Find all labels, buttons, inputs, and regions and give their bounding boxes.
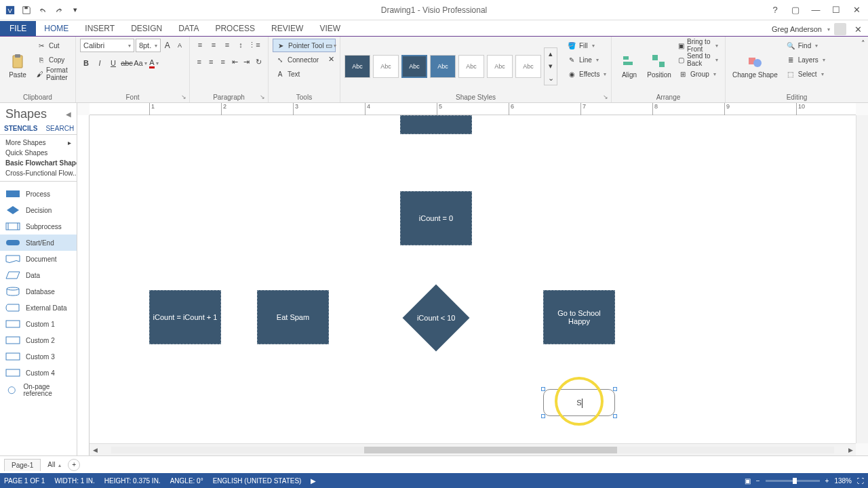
fill-button[interactable]: 🪣Fill▾ [564,39,609,52]
style-thumb-3[interactable]: Abc [401,55,427,78]
style-thumb-5[interactable]: Abc [458,55,484,78]
shape-eat-spam[interactable]: Eat Spam [257,290,329,344]
font-size-combo[interactable]: 8pt.▾ [136,39,161,52]
collapse-panel-icon[interactable]: ◀ [66,110,71,118]
shape-onpage-ref[interactable]: On-page reference [0,381,77,400]
undo-icon[interactable] [35,3,50,18]
shape-process-top[interactable] [400,115,472,134]
zoom-slider[interactable] [766,480,820,482]
stencils-tab[interactable]: STENCILS [0,123,41,134]
format-painter-button[interactable]: 🖌Format Painter [34,67,73,81]
zoom-level[interactable]: 138% [834,477,852,485]
shape-data[interactable]: Data [0,267,77,283]
find-button[interactable]: 🔍Find▾ [783,39,828,52]
shrink-font-button[interactable]: A [174,39,185,52]
increase-indent-button[interactable]: ⇥ [241,56,252,68]
shape-subprocess[interactable]: Subprocess [0,218,77,235]
shape-custom2[interactable]: Custom 2 [0,332,77,348]
align-button[interactable]: Align [616,39,643,94]
gallery-down-button[interactable]: ▾ [545,60,557,73]
style-thumb-7[interactable]: Abc [515,55,541,78]
align-left-button[interactable]: ≡ [194,56,205,68]
search-tab[interactable]: SEARCH [41,123,78,134]
scroll-track[interactable] [111,447,834,453]
page-all-button[interactable]: All ▴ [47,461,61,468]
grow-font-button[interactable]: A [162,39,173,52]
align-middle-button[interactable]: ≡ [208,39,220,51]
shape-database[interactable]: Database [0,283,77,300]
align-right-button[interactable]: ≡ [218,56,229,68]
layers-button[interactable]: ≣Layers▾ [783,53,828,66]
add-page-button[interactable]: + [68,459,80,471]
zoom-thumb[interactable] [793,478,797,484]
strike-button[interactable]: abc [121,57,133,69]
shape-icount-init[interactable]: iCount = 0 [400,191,472,245]
style-thumb-4[interactable]: Abc [430,55,456,78]
shape-decision[interactable]: Decision [0,202,77,218]
qat-customize-icon[interactable]: ▾ [68,3,83,18]
shape-custom4[interactable]: Custom 4 [0,365,77,381]
send-to-back-button[interactable]: ▢Send to Back▾ [675,53,721,66]
tab-process[interactable]: PROCESS [207,21,263,36]
shape-terminator-editing[interactable]: S [543,389,615,416]
style-thumb-6[interactable]: Abc [487,55,513,78]
align-top-button[interactable]: ≡ [194,39,206,51]
zoom-out-button[interactable]: − [756,477,760,485]
horizontal-scrollbar[interactable]: ◀ ▶ [90,443,856,455]
gallery-more-button[interactable]: ⌄ [545,73,557,85]
selection-handle[interactable] [613,387,617,391]
paragraph-dialog-launcher[interactable]: ↘ [258,93,267,101]
file-tab[interactable]: FILE [0,21,36,36]
stencil-cross-functional[interactable]: Cross-Functional Flow... [0,168,77,178]
shape-start-end[interactable]: Start/End [0,235,77,251]
delete-connector-button[interactable]: ✕ [325,53,337,65]
shape-school[interactable]: Go to School Happy [543,290,615,344]
help-icon[interactable]: ? [766,3,784,17]
orientation-button[interactable]: ↕ [235,39,247,51]
tab-review[interactable]: REVIEW [263,21,311,36]
copy-button[interactable]: ⎘Copy [34,53,73,66]
case-button[interactable]: Aa▾ [134,57,146,69]
tab-view[interactable]: VIEW [311,21,349,36]
rotate-text-button[interactable]: ↻ [254,56,264,68]
style-thumb-1[interactable]: Abc [344,55,370,78]
save-icon[interactable] [19,3,34,18]
shape-decision-icount[interactable]: iCount < 10 [403,285,470,352]
decrease-indent-button[interactable]: ⇤ [230,56,241,68]
gallery-up-button[interactable]: ▴ [545,48,557,60]
presentation-mode-icon[interactable]: ▣ [745,477,751,485]
visio-app-icon[interactable]: V [3,3,18,18]
page-tab-1[interactable]: Page-1 [4,459,41,471]
cut-button[interactable]: ✂Cut [34,39,73,52]
scroll-thumb[interactable] [364,447,617,453]
rectangle-tool-button[interactable]: ▭▾ [325,39,337,52]
collapse-ribbon-icon[interactable]: ˄ [861,39,865,48]
scroll-right-icon[interactable]: ▶ [845,445,856,455]
bring-to-front-button[interactable]: ▣Bring to Front▾ [675,39,721,52]
shape-process[interactable]: Process [0,186,77,202]
text-tool-button[interactable]: AText [273,67,336,81]
tab-data[interactable]: DATA [170,21,207,36]
bullets-button[interactable]: ⋮≡ [248,39,260,51]
effects-button[interactable]: ◉Effects▾ [564,67,609,81]
tab-home[interactable]: HOME [36,21,77,36]
close-icon[interactable]: ✕ [848,3,865,17]
shape-styles-dialog-launcher[interactable]: ↘ [601,93,610,101]
zoom-in-button[interactable]: + [825,477,829,485]
font-family-combo[interactable]: Calibri▾ [80,39,134,52]
tab-design[interactable]: DESIGN [123,21,170,36]
ribbon-display-icon[interactable]: ▢ [787,3,804,17]
tab-insert[interactable]: INSERT [77,21,123,36]
style-thumb-2[interactable]: Abc [373,55,399,78]
style-gallery[interactable]: Abc Abc Abc Abc Abc Abc Abc ▴ ▾ ⌄ [344,39,557,94]
maximize-icon[interactable]: ☐ [827,3,845,17]
stencil-basic-flowchart[interactable]: Basic Flowchart Shapes [0,158,77,168]
change-shape-button[interactable]: Change Shape [730,39,781,94]
shape-document[interactable]: Document [0,251,77,267]
select-button[interactable]: ⬚Select▾ [783,67,828,81]
paste-button[interactable]: Paste [4,39,31,94]
position-button[interactable]: Position [646,39,673,94]
shape-icount-inc[interactable]: iCount = iCount + 1 [149,290,221,344]
vertical-scrollbar[interactable] [856,115,868,443]
group-button[interactable]: ⊞Group▾ [675,67,721,81]
